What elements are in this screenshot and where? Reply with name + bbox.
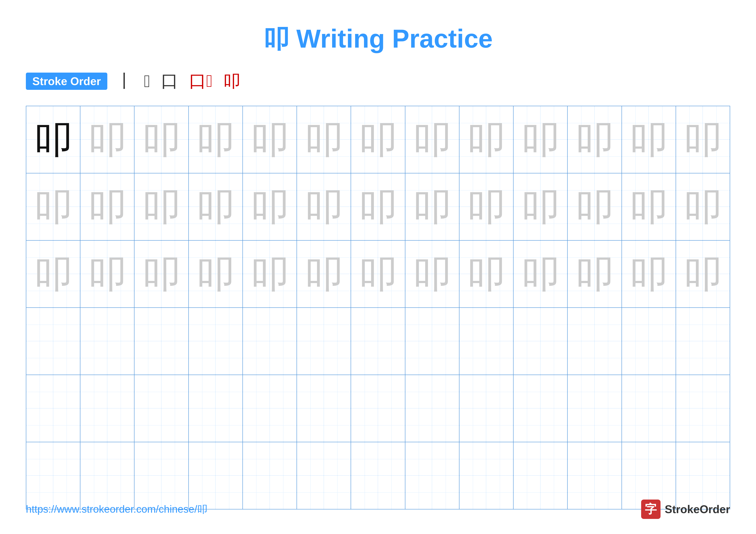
char-guide: 叩 bbox=[467, 188, 505, 226]
grid-cell-r4c1[interactable] bbox=[26, 308, 80, 375]
grid-cell-r6c13[interactable] bbox=[676, 442, 730, 509]
grid-cell-r2c7[interactable]: 叩 bbox=[351, 173, 405, 240]
grid-cell-r1c4[interactable]: 叩 bbox=[189, 106, 243, 173]
grid-cell-r6c7[interactable] bbox=[351, 442, 405, 509]
grid-cell-r5c11[interactable] bbox=[568, 375, 622, 442]
grid-cell-r4c7[interactable] bbox=[351, 308, 405, 375]
grid-cell-r5c13[interactable] bbox=[676, 375, 730, 442]
grid-cell-r1c1[interactable]: 叩 bbox=[26, 106, 80, 173]
grid-cell-r1c5[interactable]: 叩 bbox=[243, 106, 297, 173]
grid-cell-r2c12[interactable]: 叩 bbox=[622, 173, 676, 240]
grid-cell-r3c12[interactable]: 叩 bbox=[622, 241, 676, 307]
char-guide: 叩 bbox=[413, 255, 451, 293]
grid-cell-r1c9[interactable]: 叩 bbox=[459, 106, 514, 173]
grid-cell-r4c4[interactable] bbox=[189, 308, 243, 375]
grid-cell-r3c9[interactable]: 叩 bbox=[459, 241, 514, 307]
grid-cell-r1c3[interactable]: 叩 bbox=[134, 106, 189, 173]
grid-cell-r3c11[interactable]: 叩 bbox=[568, 241, 622, 307]
grid-cell-r5c7[interactable] bbox=[351, 375, 405, 442]
grid-cell-r4c5[interactable] bbox=[243, 308, 297, 375]
char-guide: 叩 bbox=[88, 188, 127, 226]
grid-cell-r2c3[interactable]: 叩 bbox=[134, 173, 189, 240]
grid-cell-r6c1[interactable] bbox=[26, 442, 80, 509]
stroke-3: 口 bbox=[161, 69, 178, 93]
grid-cell-r6c10[interactable] bbox=[514, 442, 568, 509]
grid-cell-r6c2[interactable] bbox=[80, 442, 134, 509]
grid-cell-r2c8[interactable]: 叩 bbox=[405, 173, 459, 240]
footer-url[interactable]: https://www.strokeorder.com/chinese/叩 bbox=[26, 502, 207, 516]
grid-cell-r2c5[interactable]: 叩 bbox=[243, 173, 297, 240]
stroke-4: 口𠃊 bbox=[189, 69, 212, 93]
footer: https://www.strokeorder.com/chinese/叩 字 … bbox=[26, 499, 730, 519]
grid-cell-r4c2[interactable] bbox=[80, 308, 134, 375]
grid-cell-r5c9[interactable] bbox=[459, 375, 514, 442]
grid-cell-r5c12[interactable] bbox=[622, 375, 676, 442]
grid-cell-r4c10[interactable] bbox=[514, 308, 568, 375]
grid-cell-r5c6[interactable] bbox=[297, 375, 351, 442]
grid-cell-r3c3[interactable]: 叩 bbox=[134, 241, 189, 307]
grid-cell-r2c6[interactable]: 叩 bbox=[297, 173, 351, 240]
grid-cell-r5c1[interactable] bbox=[26, 375, 80, 442]
grid-cell-r2c13[interactable]: 叩 bbox=[676, 173, 730, 240]
grid-cell-r1c6[interactable]: 叩 bbox=[297, 106, 351, 173]
char-guide: 叩 bbox=[88, 255, 127, 293]
grid-cell-r6c9[interactable] bbox=[459, 442, 514, 509]
grid-cell-r2c1[interactable]: 叩 bbox=[26, 173, 80, 240]
grid-cell-r4c12[interactable] bbox=[622, 308, 676, 375]
stroke-sequence: 丨 𠃊 口 口𠃊 叩 bbox=[116, 69, 240, 93]
grid-cell-r1c8[interactable]: 叩 bbox=[405, 106, 459, 173]
grid-cell-r3c10[interactable]: 叩 bbox=[514, 241, 568, 307]
grid-cell-r3c6[interactable]: 叩 bbox=[297, 241, 351, 307]
grid-cell-r4c9[interactable] bbox=[459, 308, 514, 375]
footer-logo: 字 StrokeOrder bbox=[641, 499, 730, 519]
grid-cell-r3c7[interactable]: 叩 bbox=[351, 241, 405, 307]
grid-cell-r4c3[interactable] bbox=[134, 308, 189, 375]
grid-cell-r6c4[interactable] bbox=[189, 442, 243, 509]
grid-cell-r4c11[interactable] bbox=[568, 308, 622, 375]
char-guide: 叩 bbox=[196, 188, 235, 226]
logo-text: StrokeOrder bbox=[665, 503, 730, 516]
grid-cell-r6c12[interactable] bbox=[622, 442, 676, 509]
grid-cell-r6c11[interactable] bbox=[568, 442, 622, 509]
char-guide: 叩 bbox=[467, 120, 505, 159]
char-guide: 叩 bbox=[34, 255, 73, 293]
grid-cell-r3c5[interactable]: 叩 bbox=[243, 241, 297, 307]
grid-cell-r4c13[interactable] bbox=[676, 308, 730, 375]
grid-cell-r5c2[interactable] bbox=[80, 375, 134, 442]
grid-cell-r1c12[interactable]: 叩 bbox=[622, 106, 676, 173]
grid-cell-r2c9[interactable]: 叩 bbox=[459, 173, 514, 240]
grid-cell-r4c6[interactable] bbox=[297, 308, 351, 375]
grid-cell-r2c11[interactable]: 叩 bbox=[568, 173, 622, 240]
char-guide: 叩 bbox=[467, 255, 505, 293]
char-guide: 叩 bbox=[413, 188, 451, 226]
char-guide: 叩 bbox=[142, 188, 181, 226]
grid-cell-r1c10[interactable]: 叩 bbox=[514, 106, 568, 173]
grid-cell-r6c8[interactable] bbox=[405, 442, 459, 509]
grid-cell-r6c6[interactable] bbox=[297, 442, 351, 509]
grid-cell-r3c8[interactable]: 叩 bbox=[405, 241, 459, 307]
grid-cell-r6c5[interactable] bbox=[243, 442, 297, 509]
grid-cell-r4c8[interactable] bbox=[405, 308, 459, 375]
grid-cell-r2c10[interactable]: 叩 bbox=[514, 173, 568, 240]
grid-cell-r5c4[interactable] bbox=[189, 375, 243, 442]
grid-cell-r5c5[interactable] bbox=[243, 375, 297, 442]
grid-cell-r3c1[interactable]: 叩 bbox=[26, 241, 80, 307]
practice-grid: 叩 叩 叩 叩 叩 bbox=[26, 106, 730, 509]
grid-cell-r2c2[interactable]: 叩 bbox=[80, 173, 134, 240]
grid-row-3: 叩 叩 叩 叩 叩 bbox=[26, 241, 730, 308]
grid-cell-r3c13[interactable]: 叩 bbox=[676, 241, 730, 307]
grid-cell-r2c4[interactable]: 叩 bbox=[189, 173, 243, 240]
grid-cell-r3c2[interactable]: 叩 bbox=[80, 241, 134, 307]
grid-cell-r3c4[interactable]: 叩 bbox=[189, 241, 243, 307]
grid-cell-r5c10[interactable] bbox=[514, 375, 568, 442]
grid-cell-r5c3[interactable] bbox=[134, 375, 189, 442]
grid-row-1: 叩 叩 叩 叩 叩 bbox=[26, 106, 730, 173]
grid-cell-r5c8[interactable] bbox=[405, 375, 459, 442]
char-guide: 叩 bbox=[359, 255, 397, 293]
grid-cell-r1c13[interactable]: 叩 bbox=[676, 106, 730, 173]
grid-cell-r1c11[interactable]: 叩 bbox=[568, 106, 622, 173]
grid-cell-r1c2[interactable]: 叩 bbox=[80, 106, 134, 173]
grid-cell-r6c3[interactable] bbox=[134, 442, 189, 509]
stroke-1: 丨 bbox=[116, 69, 133, 93]
grid-cell-r1c7[interactable]: 叩 bbox=[351, 106, 405, 173]
